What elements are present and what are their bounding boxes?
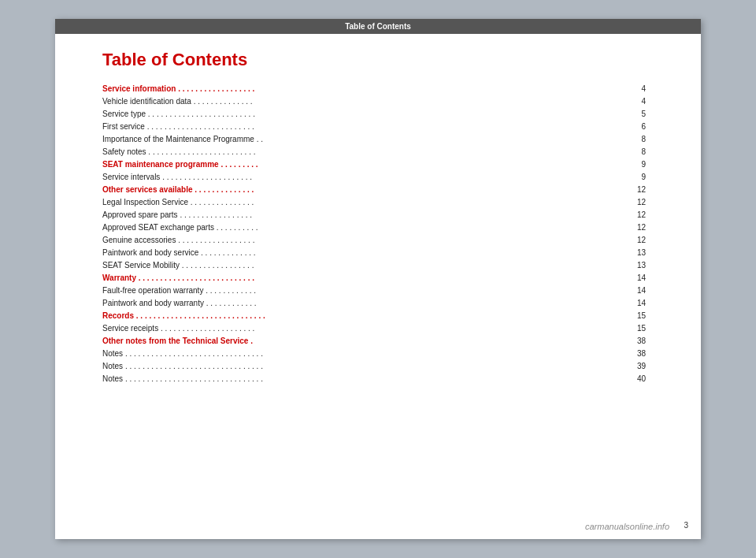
header-title: Table of Contents [345, 22, 411, 31]
toc-item-label: Approved SEAT exchange parts . . . . . .… [102, 221, 598, 234]
toc-page-number: 12 [598, 234, 654, 247]
toc-page-number: 40 [598, 373, 654, 385]
toc-item-label: Vehicle identification data . . . . . . … [102, 95, 598, 108]
toc-item-label: SEAT Service Mobility . . . . . . . . . … [102, 259, 598, 272]
toc-page-number: 4 [598, 95, 654, 108]
toc-page-number: 9 [598, 171, 654, 184]
toc-page-number: 39 [598, 360, 654, 373]
toc-section-heading: Records . . . . . . . . . . . . . . . . … [102, 310, 598, 322]
toc-item-label: Notes . . . . . . . . . . . . . . . . . … [102, 360, 598, 373]
toc-page-number: 14 [598, 297, 654, 310]
toc-page-number: 13 [598, 259, 654, 272]
toc-item-label: Genuine accessories . . . . . . . . . . … [102, 234, 598, 247]
toc-page-number: 13 [598, 247, 654, 259]
toc-item-label: Notes . . . . . . . . . . . . . . . . . … [102, 348, 598, 360]
toc-section-heading: Warranty . . . . . . . . . . . . . . . .… [102, 272, 598, 285]
toc-item-label: Safety notes . . . . . . . . . . . . . .… [102, 146, 598, 158]
toc-page-number: 15 [598, 322, 654, 335]
toc-section-heading: SEAT maintenance programme . . . . . . .… [102, 158, 598, 171]
toc-item-label: Service receipts . . . . . . . . . . . .… [102, 322, 598, 335]
content: Table of Contents Service information . … [55, 34, 701, 401]
toc-page-number: 9 [598, 158, 654, 171]
toc-section-heading: Service information . . . . . . . . . . … [102, 83, 598, 95]
toc-page-number: 8 [598, 133, 654, 146]
toc-item-label: Paintwork and body warranty . . . . . . … [102, 297, 598, 310]
toc-item-label: Service type . . . . . . . . . . . . . .… [102, 108, 598, 121]
toc-item-label: Notes . . . . . . . . . . . . . . . . . … [102, 373, 598, 385]
watermark: carmanualsonline.info [585, 522, 669, 531]
toc-page-number: 12 [598, 184, 654, 196]
toc-page-number: 4 [598, 83, 654, 95]
toc-page-number: 38 [598, 335, 654, 348]
page-title: Table of Contents [102, 50, 654, 70]
toc-page-number: 14 [598, 272, 654, 285]
toc-item-label: Fault-free operation warranty . . . . . … [102, 285, 598, 297]
toc-page-number: 5 [598, 108, 654, 121]
toc-page-number: 14 [598, 285, 654, 297]
page: Table of Contents Table of Contents Serv… [55, 19, 701, 539]
toc-page-number: 15 [598, 310, 654, 322]
toc-item-label: Service intervals . . . . . . . . . . . … [102, 171, 598, 184]
toc-section-heading: Other services available . . . . . . . .… [102, 184, 598, 196]
toc-item-label: Approved spare parts . . . . . . . . . .… [102, 209, 598, 221]
toc-page-number: 12 [598, 209, 654, 221]
toc-item-label: Paintwork and body service . . . . . . .… [102, 247, 598, 259]
toc-item-label: First service . . . . . . . . . . . . . … [102, 121, 598, 133]
toc-item-label: Legal Inspection Service . . . . . . . .… [102, 196, 598, 209]
toc-page-number: 8 [598, 146, 654, 158]
toc-section-heading: Other notes from the Technical Service . [102, 335, 598, 348]
toc-page-number: 12 [598, 221, 654, 234]
toc-page-number: 12 [598, 196, 654, 209]
page-number: 3 [684, 521, 688, 530]
toc-table: Service information . . . . . . . . . . … [102, 83, 654, 385]
toc-item-label: Importance of the Maintenance Programme … [102, 133, 598, 146]
toc-page-number: 38 [598, 348, 654, 360]
toc-page-number: 6 [598, 121, 654, 133]
header-bar: Table of Contents [55, 19, 701, 34]
